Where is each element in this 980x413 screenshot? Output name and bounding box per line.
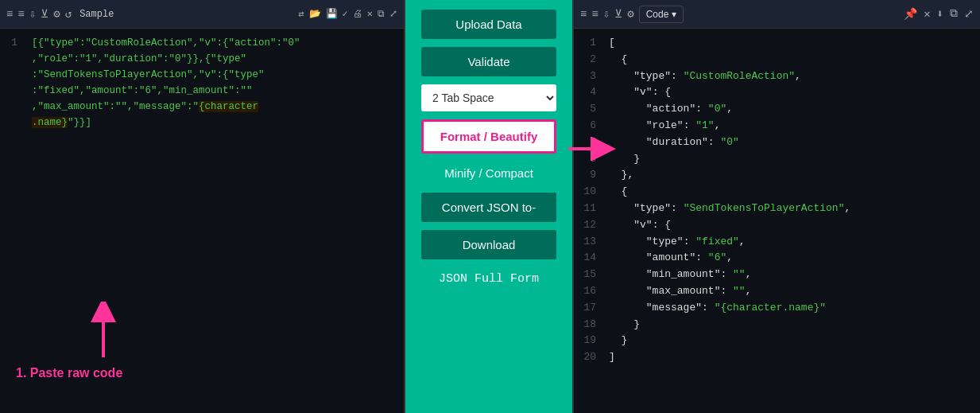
print-icon[interactable]: 🖨: [353, 8, 362, 20]
right-line-numbers: 1 2 3 4 5 6 7 8 9 10 11 12 13 14 15 16 1…: [574, 35, 602, 407]
formatted-code[interactable]: [ { "type": "CustomRoleAction", "v": { "…: [602, 35, 980, 407]
chevron-down-icon: ▾: [672, 9, 676, 20]
code-label: Code: [646, 9, 669, 20]
toolbar-actions: ⇄ 📂 💾 ✓ 🖨 ✕ ⧉ ⤢: [298, 8, 397, 20]
close-icon[interactable]: ✕: [367, 8, 373, 20]
right-filter-down-icon[interactable]: ⇩: [603, 7, 610, 21]
middle-panel: Upload Data Validate 2 Tab Space 4 Tab S…: [405, 0, 572, 413]
folder-icon[interactable]: 📂: [309, 8, 321, 20]
filter-down-icon[interactable]: ⇩: [29, 7, 36, 21]
minify-compact-button[interactable]: Minify / Compact: [421, 162, 556, 185]
right-filter-icon[interactable]: ⊻: [614, 7, 622, 21]
swap-icon[interactable]: ⇄: [298, 8, 304, 20]
right-editor: 1 2 3 4 5 6 7 8 9 10 11 12 13 14 15 16 1…: [574, 29, 980, 413]
upload-data-button[interactable]: Upload Data: [421, 10, 556, 39]
annotation-arrow: [64, 302, 143, 365]
left-editor: 1 [{"type":"CustomRoleAction","v":{"acti…: [0, 29, 404, 413]
validate-button[interactable]: Validate: [421, 47, 556, 76]
line-numbers: 1: [0, 35, 25, 407]
right-menu-icon[interactable]: ≡: [580, 8, 587, 21]
format-arrow: [568, 137, 616, 161]
save-icon[interactable]: 💾: [326, 8, 338, 20]
copy-icon[interactable]: ⧉: [950, 7, 958, 21]
settings-icon[interactable]: ⚙: [53, 7, 60, 21]
right-panel: ≡ ≡ ⇩ ⊻ ⚙ Code ▾ 📌 ✕ ⬇ ⧉ ⤢ 1 2 3 4 5 6 7…: [572, 0, 980, 413]
step-annotation: 1. Paste raw code: [16, 364, 122, 381]
download-icon[interactable]: ⬇: [937, 7, 943, 21]
left-panel: ≡ ≡ ⇩ ⊻ ⚙ ↺ Sample ⇄ 📂 💾 ✓ 🖨 ✕ ⧉ ⤢ 1 [{"…: [0, 0, 405, 413]
check-icon[interactable]: ✓: [343, 8, 348, 20]
copy-icon[interactable]: ⧉: [378, 9, 385, 20]
left-toolbar: ≡ ≡ ⇩ ⊻ ⚙ ↺ Sample ⇄ 📂 💾 ✓ 🖨 ✕ ⧉ ⤢: [0, 0, 404, 29]
right-toolbar: ≡ ≡ ⇩ ⊻ ⚙ Code ▾ 📌 ✕ ⬇ ⧉ ⤢: [574, 0, 980, 29]
expand-icon[interactable]: ⤢: [964, 7, 974, 21]
filter-icon[interactable]: ⊻: [41, 7, 48, 21]
right-action-icons: 📌 ✕ ⬇ ⧉ ⤢: [904, 7, 974, 21]
right-list-icon[interactable]: ≡: [591, 8, 598, 21]
expand-icon[interactable]: ⤢: [389, 8, 397, 20]
pin-icon[interactable]: 📌: [904, 7, 917, 21]
code-dropdown-button[interactable]: Code ▾: [639, 6, 684, 23]
download-button[interactable]: Download: [421, 230, 556, 259]
close-icon[interactable]: ✕: [924, 7, 930, 21]
format-beautify-button[interactable]: Format / Beautify: [421, 119, 556, 154]
list-icon[interactable]: ≡: [17, 8, 24, 21]
menu-icon[interactable]: ≡: [6, 8, 13, 21]
json-full-form-label: JSON Full Form: [421, 267, 556, 290]
right-settings-icon[interactable]: ⚙: [627, 7, 633, 21]
convert-json-button[interactable]: Convert JSON to-: [421, 193, 556, 222]
undo-icon[interactable]: ↺: [65, 7, 72, 21]
tab-space-select[interactable]: 2 Tab Space 4 Tab Space Tab Space: [421, 84, 556, 111]
tab-title: Sample: [79, 9, 114, 20]
